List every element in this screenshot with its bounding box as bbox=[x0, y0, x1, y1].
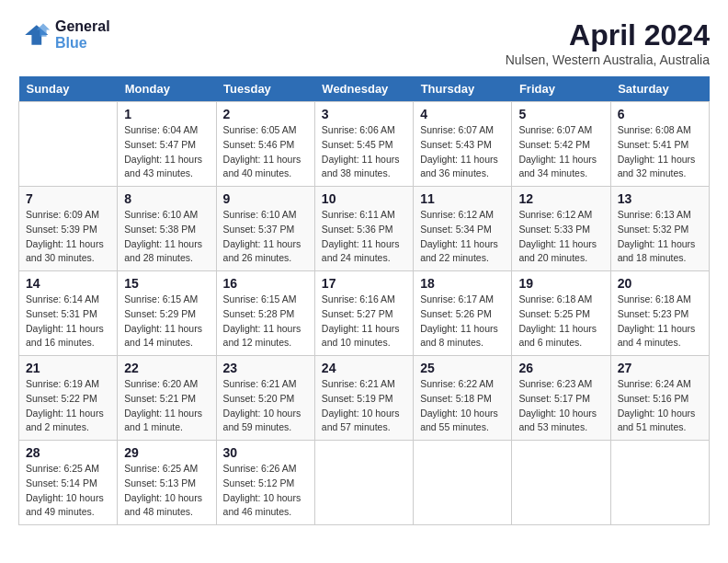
calendar-cell: 9Sunrise: 6:10 AM Sunset: 5:37 PM Daylig… bbox=[216, 187, 314, 271]
subtitle: Nulsen, Western Australia, Australia bbox=[506, 52, 710, 67]
logo-text: General Blue bbox=[55, 18, 110, 51]
day-number: 1 bbox=[124, 107, 209, 121]
day-detail: Sunrise: 6:25 AM Sunset: 5:14 PM Dayligh… bbox=[26, 462, 110, 520]
day-number: 19 bbox=[518, 276, 603, 291]
calendar-header-row: SundayMondayTuesdayWednesdayThursdayFrid… bbox=[19, 76, 710, 102]
logo-general: General bbox=[55, 18, 110, 35]
day-number: 7 bbox=[26, 191, 110, 206]
day-number: 9 bbox=[223, 191, 308, 206]
week-row-2: 7Sunrise: 6:09 AM Sunset: 5:39 PM Daylig… bbox=[19, 187, 710, 271]
calendar-cell: 26Sunrise: 6:23 AM Sunset: 5:17 PM Dayli… bbox=[512, 356, 610, 441]
day-header-thursday: Thursday bbox=[414, 76, 512, 102]
calendar-cell: 7Sunrise: 6:09 AM Sunset: 5:39 PM Daylig… bbox=[19, 187, 118, 271]
day-number: 24 bbox=[322, 361, 406, 375]
day-detail: Sunrise: 6:23 AM Sunset: 5:17 PM Dayligh… bbox=[518, 377, 603, 435]
day-detail: Sunrise: 6:08 AM Sunset: 5:41 PM Dayligh… bbox=[618, 123, 702, 181]
day-number: 25 bbox=[420, 361, 505, 375]
calendar-cell: 8Sunrise: 6:10 AM Sunset: 5:38 PM Daylig… bbox=[118, 187, 216, 271]
calendar-cell: 23Sunrise: 6:21 AM Sunset: 5:20 PM Dayli… bbox=[216, 356, 314, 441]
day-number: 12 bbox=[518, 191, 603, 206]
day-detail: Sunrise: 6:19 AM Sunset: 5:22 PM Dayligh… bbox=[26, 377, 110, 435]
day-number: 11 bbox=[420, 191, 505, 206]
week-row-1: 1Sunrise: 6:04 AM Sunset: 5:47 PM Daylig… bbox=[19, 102, 710, 187]
day-number: 15 bbox=[124, 276, 209, 291]
calendar-cell: 28Sunrise: 6:25 AM Sunset: 5:14 PM Dayli… bbox=[19, 441, 118, 525]
main-title: April 2024 bbox=[506, 18, 710, 52]
calendar-cell bbox=[512, 441, 610, 525]
day-header-saturday: Saturday bbox=[610, 76, 709, 102]
day-detail: Sunrise: 6:04 AM Sunset: 5:47 PM Dayligh… bbox=[124, 123, 209, 181]
day-detail: Sunrise: 6:21 AM Sunset: 5:19 PM Dayligh… bbox=[322, 377, 406, 435]
calendar-table: SundayMondayTuesdayWednesdayThursdayFrid… bbox=[18, 76, 710, 525]
day-number: 6 bbox=[618, 107, 702, 121]
day-detail: Sunrise: 6:16 AM Sunset: 5:27 PM Dayligh… bbox=[322, 293, 406, 350]
day-detail: Sunrise: 6:07 AM Sunset: 5:42 PM Dayligh… bbox=[518, 123, 603, 181]
calendar-cell: 13Sunrise: 6:13 AM Sunset: 5:32 PM Dayli… bbox=[610, 187, 709, 271]
calendar-cell: 27Sunrise: 6:24 AM Sunset: 5:16 PM Dayli… bbox=[610, 356, 709, 441]
day-header-tuesday: Tuesday bbox=[216, 76, 314, 102]
day-number: 13 bbox=[618, 191, 702, 206]
calendar-cell bbox=[19, 102, 118, 187]
calendar-cell: 21Sunrise: 6:19 AM Sunset: 5:22 PM Dayli… bbox=[19, 356, 118, 441]
day-number: 3 bbox=[322, 107, 406, 121]
day-number: 27 bbox=[618, 361, 702, 375]
day-detail: Sunrise: 6:09 AM Sunset: 5:39 PM Dayligh… bbox=[26, 208, 110, 266]
day-detail: Sunrise: 6:12 AM Sunset: 5:34 PM Dayligh… bbox=[420, 208, 505, 266]
day-detail: Sunrise: 6:22 AM Sunset: 5:18 PM Dayligh… bbox=[420, 377, 505, 435]
day-number: 29 bbox=[124, 445, 209, 460]
day-detail: Sunrise: 6:24 AM Sunset: 5:16 PM Dayligh… bbox=[618, 377, 702, 435]
day-detail: Sunrise: 6:18 AM Sunset: 5:25 PM Dayligh… bbox=[518, 293, 603, 350]
day-detail: Sunrise: 6:18 AM Sunset: 5:23 PM Dayligh… bbox=[618, 293, 702, 350]
day-number: 17 bbox=[322, 276, 406, 291]
day-detail: Sunrise: 6:17 AM Sunset: 5:26 PM Dayligh… bbox=[420, 293, 505, 350]
calendar-cell: 14Sunrise: 6:14 AM Sunset: 5:31 PM Dayli… bbox=[19, 271, 118, 356]
calendar-cell: 29Sunrise: 6:25 AM Sunset: 5:13 PM Dayli… bbox=[118, 441, 216, 525]
day-number: 23 bbox=[223, 361, 308, 375]
day-number: 18 bbox=[420, 276, 505, 291]
calendar-cell: 4Sunrise: 6:07 AM Sunset: 5:43 PM Daylig… bbox=[414, 102, 512, 187]
calendar-cell: 3Sunrise: 6:06 AM Sunset: 5:45 PM Daylig… bbox=[314, 102, 413, 187]
calendar-cell: 15Sunrise: 6:15 AM Sunset: 5:29 PM Dayli… bbox=[118, 271, 216, 356]
calendar-cell: 5Sunrise: 6:07 AM Sunset: 5:42 PM Daylig… bbox=[512, 102, 610, 187]
day-detail: Sunrise: 6:15 AM Sunset: 5:29 PM Dayligh… bbox=[124, 293, 209, 350]
page-header: General Blue April 2024 Nulsen, Western … bbox=[18, 18, 710, 67]
day-detail: Sunrise: 6:13 AM Sunset: 5:32 PM Dayligh… bbox=[618, 208, 702, 266]
week-row-5: 28Sunrise: 6:25 AM Sunset: 5:14 PM Dayli… bbox=[19, 441, 710, 525]
week-row-3: 14Sunrise: 6:14 AM Sunset: 5:31 PM Dayli… bbox=[19, 271, 710, 356]
day-number: 22 bbox=[124, 361, 209, 375]
calendar-cell: 17Sunrise: 6:16 AM Sunset: 5:27 PM Dayli… bbox=[314, 271, 413, 356]
day-number: 5 bbox=[518, 107, 603, 121]
day-number: 8 bbox=[124, 191, 209, 206]
day-detail: Sunrise: 6:05 AM Sunset: 5:46 PM Dayligh… bbox=[223, 123, 308, 181]
day-number: 16 bbox=[223, 276, 308, 291]
calendar-cell: 22Sunrise: 6:20 AM Sunset: 5:21 PM Dayli… bbox=[118, 356, 216, 441]
calendar-cell: 12Sunrise: 6:12 AM Sunset: 5:33 PM Dayli… bbox=[512, 187, 610, 271]
week-row-4: 21Sunrise: 6:19 AM Sunset: 5:22 PM Dayli… bbox=[19, 356, 710, 441]
logo-blue: Blue bbox=[55, 35, 110, 52]
calendar-cell: 25Sunrise: 6:22 AM Sunset: 5:18 PM Dayli… bbox=[414, 356, 512, 441]
day-number: 30 bbox=[223, 445, 308, 460]
logo: General Blue bbox=[18, 18, 110, 52]
calendar-cell: 10Sunrise: 6:11 AM Sunset: 5:36 PM Dayli… bbox=[314, 187, 413, 271]
day-detail: Sunrise: 6:11 AM Sunset: 5:36 PM Dayligh… bbox=[322, 208, 406, 266]
day-detail: Sunrise: 6:21 AM Sunset: 5:20 PM Dayligh… bbox=[223, 377, 308, 435]
day-number: 10 bbox=[322, 191, 406, 206]
calendar-cell: 11Sunrise: 6:12 AM Sunset: 5:34 PM Dayli… bbox=[414, 187, 512, 271]
calendar-cell bbox=[414, 441, 512, 525]
day-header-friday: Friday bbox=[512, 76, 610, 102]
day-detail: Sunrise: 6:14 AM Sunset: 5:31 PM Dayligh… bbox=[26, 293, 110, 350]
calendar-cell: 18Sunrise: 6:17 AM Sunset: 5:26 PM Dayli… bbox=[414, 271, 512, 356]
day-detail: Sunrise: 6:07 AM Sunset: 5:43 PM Dayligh… bbox=[420, 123, 505, 181]
calendar-cell bbox=[314, 441, 413, 525]
day-header-monday: Monday bbox=[118, 76, 216, 102]
calendar-cell: 2Sunrise: 6:05 AM Sunset: 5:46 PM Daylig… bbox=[216, 102, 314, 187]
day-number: 2 bbox=[223, 107, 308, 121]
day-number: 26 bbox=[518, 361, 603, 375]
day-detail: Sunrise: 6:20 AM Sunset: 5:21 PM Dayligh… bbox=[124, 377, 209, 435]
day-header-wednesday: Wednesday bbox=[314, 76, 413, 102]
calendar-cell: 19Sunrise: 6:18 AM Sunset: 5:25 PM Dayli… bbox=[512, 271, 610, 356]
calendar-cell: 1Sunrise: 6:04 AM Sunset: 5:47 PM Daylig… bbox=[118, 102, 216, 187]
day-detail: Sunrise: 6:25 AM Sunset: 5:13 PM Dayligh… bbox=[124, 462, 209, 520]
day-detail: Sunrise: 6:26 AM Sunset: 5:12 PM Dayligh… bbox=[223, 462, 308, 520]
day-number: 4 bbox=[420, 107, 505, 121]
